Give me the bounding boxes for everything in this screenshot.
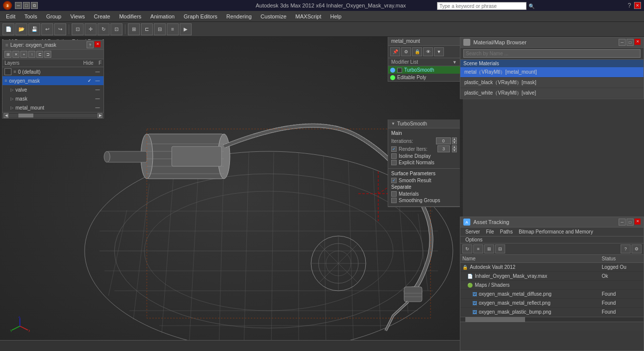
ts-smoothing-groups-check[interactable]: ✓ [391, 198, 397, 203]
maximize-btn[interactable]: □ [23, 2, 30, 9]
ts-render-iters-up[interactable]: ▲ [452, 145, 457, 149]
toolbar-open[interactable]: 📂 [15, 23, 27, 35]
layer-row-default[interactable]: ≡ 0 (default) — [2, 67, 104, 76]
menu-views[interactable]: Views [66, 12, 89, 20]
mod-icon-lock[interactable]: 🔒 [412, 47, 422, 56]
ts-render-iters-input[interactable] [437, 145, 450, 152]
mat-browser-minimize[interactable]: ─ [619, 39, 626, 46]
restore-btn[interactable]: ⧉ [31, 2, 38, 9]
ts-isoline-check[interactable]: ✓ [391, 153, 397, 159]
at-row-diffuse[interactable]: 🖼 oxygen_mask_metal_diffuse.png Found [460, 290, 644, 299]
ts-iterations-down[interactable]: ▼ [452, 141, 457, 144]
layer-scroll-thumb[interactable] [18, 114, 33, 117]
toolbar-scale[interactable]: ⊡ [110, 23, 122, 35]
ts-iterations-input[interactable] [436, 137, 451, 144]
at-row-vault[interactable]: 🔒 Autodesk Vault 2012 Logged Ou [460, 263, 644, 272]
layer-tool-delete[interactable]: ✕ [12, 51, 19, 58]
layer-row-valve[interactable]: ▷ valve — [2, 85, 104, 94]
mod-icon-pin[interactable]: 📌 [390, 47, 400, 56]
at-horizontal-scrollbar[interactable] [460, 317, 644, 322]
ts-materials-check[interactable]: ✓ [391, 191, 397, 197]
mod-eye-turbosmooth[interactable] [397, 68, 402, 73]
toolbar-redo[interactable]: ↪ [54, 23, 66, 35]
at-icon-details[interactable]: ⊞ [484, 244, 494, 253]
layer-row-mask[interactable]: ▷ mask — [2, 94, 104, 103]
at-row-reflect[interactable]: 🖼 oxygen_mask_metal_reflect.png Found [460, 299, 644, 308]
toolbar-select[interactable]: ⊡ [72, 23, 84, 35]
at-options-label[interactable]: Options [463, 236, 484, 243]
menu-graph-editors[interactable]: Graph Editors [180, 12, 221, 20]
menu-tools[interactable]: Tools [20, 12, 41, 20]
mod-icon-show[interactable]: 👁 [423, 47, 433, 56]
material-item-metal-mount[interactable]: metal（VRayMtl）[metal_mount] [460, 67, 644, 78]
layer-help-btn[interactable]: ? [87, 41, 94, 48]
mat-browser-close[interactable]: ✕ [635, 39, 641, 45]
toolbar-undo[interactable]: ↩ [41, 23, 53, 35]
mod-icon-more[interactable]: ▼ [434, 47, 444, 56]
menu-edit[interactable]: Edit [2, 12, 19, 20]
at-row-maps[interactable]: 🟢 Maps / Shaders [460, 281, 644, 290]
layer-tool-expand[interactable]: ⊐ [44, 51, 51, 58]
ts-smooth-result-check[interactable]: ✓ [391, 178, 397, 183]
toolbar-align[interactable]: ⊟ [154, 23, 166, 35]
help-icon[interactable]: ? [628, 2, 631, 9]
menu-customize[interactable]: Customize [257, 12, 291, 20]
at-menu-bitmap[interactable]: Bitmap Performance and Memory [517, 229, 595, 235]
keyword-search-input[interactable] [437, 2, 527, 10]
layer-tool-grid[interactable]: ⊞ [4, 51, 11, 58]
mat-browser-maximize[interactable]: □ [627, 39, 634, 46]
mod-icon-configure[interactable]: ⚙ [401, 47, 411, 56]
at-close-btn[interactable]: ✕ [635, 219, 641, 225]
close-btn[interactable]: ✕ [634, 2, 641, 9]
layer-tool-add[interactable]: + [20, 51, 27, 58]
material-search-input[interactable] [463, 49, 641, 58]
at-icon-refresh[interactable]: ↻ [462, 244, 472, 253]
at-icon-list[interactable]: ≡ [473, 244, 483, 253]
layer-scroll-right[interactable]: ▶ [98, 113, 103, 118]
ts-collapse-icon[interactable]: ▼ [391, 121, 395, 126]
material-item-plastic-white[interactable]: plastic_white（VRayMtl）[valve] [460, 88, 644, 99]
ts-iterations-up[interactable]: ▲ [452, 137, 457, 141]
menu-create[interactable]: Create [90, 12, 114, 20]
menu-animation[interactable]: Animation [146, 12, 179, 20]
modifier-list-dropdown[interactable]: ▼ [452, 60, 457, 65]
layer-row-metal-mount[interactable]: ▷ metal_mount — [2, 103, 104, 112]
ts-render-iters-check[interactable]: ✓ [391, 146, 397, 152]
at-minimize-btn[interactable]: ─ [619, 219, 626, 226]
material-item-plastic-black[interactable]: plastic_black（VRayMtl）[mask] [460, 78, 644, 88]
layer-row-oxygen-mask[interactable]: ≡ oxygen_mask ✓ — [2, 76, 104, 85]
toolbar-layer[interactable]: ≡ [167, 23, 179, 35]
menu-maxscript[interactable]: MAXScript [292, 12, 325, 20]
toolbar-move[interactable]: ✛ [85, 23, 97, 35]
layer-scrollbar-h[interactable]: ◀ ▶ [2, 112, 104, 118]
at-maximize-btn[interactable]: □ [627, 219, 634, 226]
menu-group[interactable]: Group [42, 12, 66, 20]
toolbar-mirror[interactable]: ⊏ [141, 23, 153, 35]
at-menu-file[interactable]: File [484, 229, 496, 235]
at-icon-large[interactable]: ⊟ [495, 244, 505, 253]
layer-close-btn[interactable]: ✕ [95, 41, 101, 47]
minimize-btn[interactable]: ─ [15, 2, 22, 9]
at-menu-paths[interactable]: Paths [498, 229, 515, 235]
at-menu-server[interactable]: Server [463, 229, 482, 235]
toolbar-snap[interactable]: ⊞ [128, 23, 140, 35]
ts-render-iters-down[interactable]: ▼ [452, 149, 457, 152]
layer-tool-move-up[interactable]: ↑ [28, 51, 35, 58]
layer-scroll-left[interactable]: ◀ [3, 113, 8, 118]
at-row-bump[interactable]: 🖼 oxygen_mask_plastic_bump.png Found [460, 308, 644, 317]
toolbar-save[interactable]: 💾 [28, 23, 40, 35]
toolbar-render[interactable]: ▶ [180, 23, 192, 35]
modifier-item-editable-poly[interactable]: Editable Poly [388, 74, 460, 81]
toolbar-rotate[interactable]: ↻ [98, 23, 109, 35]
layer-tool-collapse[interactable]: ⊏ [36, 51, 43, 58]
menu-help[interactable]: Help [326, 12, 346, 20]
menu-rendering[interactable]: Rendering [222, 12, 256, 20]
toolbar-new[interactable]: 📄 [2, 23, 14, 35]
at-row-max-file[interactable]: 📄 Inhaler_Oxygen_Mask_vray.max Ok [460, 272, 644, 281]
layer-check-default[interactable] [4, 68, 11, 75]
at-icon-help[interactable]: ? [621, 244, 631, 253]
at-icon-settings[interactable]: ⚙ [632, 244, 642, 253]
modifier-item-turbosmooth[interactable]: TurboSmooth [388, 66, 460, 74]
at-scroll-thumb[interactable] [465, 317, 525, 322]
ts-explicit-normals-check[interactable]: ✓ [391, 160, 397, 165]
